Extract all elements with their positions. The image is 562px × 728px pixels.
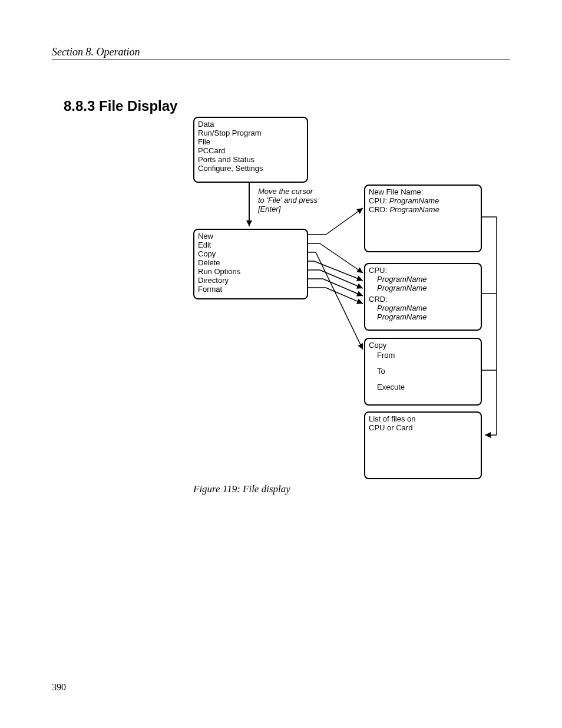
label-cpu: CPU:: [369, 196, 389, 205]
box-new-file: New File Name: CPU: ProgramName CRD: Pro…: [364, 185, 482, 252]
file-menu-item: Copy: [198, 250, 303, 259]
main-menu-item: PCCard: [198, 147, 303, 156]
list-line: CPU or Card: [369, 424, 477, 433]
section-heading: 8.8.3 File Display: [64, 98, 177, 114]
figure-diagram: Data Run/Stop Program File PCCard Ports …: [193, 117, 511, 482]
main-menu-item: Configure, Settings: [198, 164, 303, 173]
main-menu-item: File: [198, 138, 303, 147]
value-programname: ProgramName: [389, 196, 439, 205]
box-file-menu: New Edit Copy Delete Run Options Directo…: [193, 229, 308, 299]
new-file-line: CPU: ProgramName: [369, 197, 477, 206]
box-copy: Copy From To Execute: [364, 338, 482, 406]
figure-caption: Figure 119: File display: [193, 483, 290, 495]
box-cpu-crd: CPU: ProgramName ProgramName CRD: Progra…: [364, 263, 482, 331]
copy-title: Copy: [369, 341, 477, 350]
svg-line-12: [323, 279, 363, 296]
instruction-line: Move the cursor: [258, 187, 318, 196]
svg-line-4: [320, 243, 363, 273]
value-programname: ProgramName: [369, 284, 477, 293]
svg-line-10: [320, 270, 363, 288]
instruction-line: to 'File' and press: [258, 196, 318, 205]
main-menu-item: Data: [198, 120, 303, 129]
label-crd: CRD:: [369, 295, 477, 304]
file-menu-item: Format: [198, 285, 303, 294]
value-programname: ProgramName: [369, 275, 477, 284]
file-menu-item: Run Options: [198, 268, 303, 276]
label-crd: CRD:: [369, 205, 389, 214]
new-file-line: CRD: ProgramName: [369, 206, 477, 215]
main-menu-item: Ports and Status: [198, 156, 303, 164]
main-menu-item: Run/Stop Program: [198, 129, 303, 138]
svg-line-6: [316, 252, 363, 350]
svg-line-2: [326, 208, 363, 235]
list-line: List of files on: [369, 415, 477, 424]
file-menu-item: New: [198, 232, 303, 241]
box-main-menu: Data Run/Stop Program File PCCard Ports …: [193, 117, 308, 183]
file-menu-item: Edit: [198, 241, 303, 250]
file-menu-item: Delete: [198, 259, 303, 268]
copy-to: To: [369, 367, 477, 376]
label-cpu: CPU:: [369, 266, 477, 275]
value-programname: ProgramName: [389, 205, 439, 214]
file-menu-item: Directory: [198, 276, 303, 285]
page-header: Section 8. Operation: [52, 46, 510, 60]
box-list-files: List of files on CPU or Card: [364, 411, 482, 479]
value-programname: ProgramName: [369, 304, 477, 313]
svg-line-14: [326, 288, 363, 304]
value-programname: ProgramName: [369, 313, 477, 322]
svg-line-8: [314, 261, 363, 281]
copy-from: From: [369, 351, 477, 360]
instruction-text: Move the cursor to 'File' and press [Ent…: [258, 187, 318, 214]
page-number: 390: [52, 682, 66, 693]
new-file-title: New File Name:: [369, 188, 477, 197]
copy-execute: Execute: [369, 383, 477, 392]
instruction-line: [Enter]: [258, 205, 318, 214]
